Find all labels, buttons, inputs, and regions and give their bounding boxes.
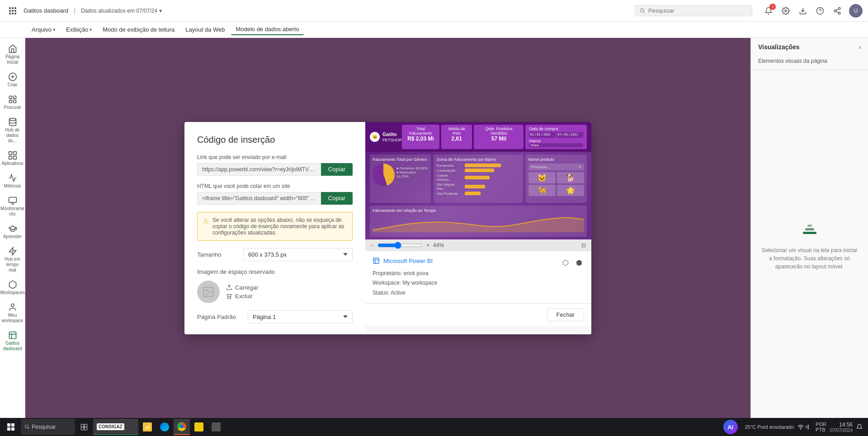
- svg-rect-30: [9, 156, 12, 159]
- owner-text: Proprietário: erick pova: [373, 269, 584, 279]
- taskbar-consigaz[interactable]: CONSIGAZ: [93, 419, 138, 435]
- embed-code-modal: × Código de inserção Link que pode ser e…: [184, 122, 591, 334]
- taskbar-app-chrome[interactable]: [174, 419, 190, 435]
- modal-overlay: × Código de inserção Link que pode ser e…: [25, 38, 750, 418]
- size-row: Tamanho 600 x 373,5 px: [197, 248, 353, 261]
- modal-close-footer-button[interactable]: Fechar: [547, 308, 584, 321]
- last-updated-date[interactable]: Dados atualizados em 07/07/24 ▾: [81, 8, 162, 14]
- user-avatar[interactable]: U: [849, 4, 863, 18]
- svg-point-27: [9, 118, 16, 121]
- svg-marker-60: [806, 425, 808, 429]
- topbar-icons: 3 U: [763, 4, 863, 18]
- menu-modelo[interactable]: Modelo de dados aberto: [231, 24, 303, 35]
- taskbar-app-edge[interactable]: [156, 419, 173, 435]
- taskbar-app-explorer[interactable]: 📁: [139, 419, 156, 435]
- svg-rect-50: [11, 423, 14, 427]
- svg-rect-58: [85, 427, 87, 430]
- svg-line-54: [28, 428, 29, 429]
- sidebar-item-myworkspace[interactable]: Meuworkspace: [1, 300, 24, 326]
- sidebar-item-monitor[interactable]: Monitoramento: [1, 193, 24, 220]
- svg-rect-7: [12, 13, 14, 14]
- sidebar-item-home[interactable]: PáginaInicial: [1, 42, 24, 68]
- windows-start-button[interactable]: [2, 418, 20, 436]
- download-button[interactable]: [797, 5, 808, 16]
- svg-point-36: [11, 304, 14, 307]
- right-panel-expand-button[interactable]: ›: [859, 43, 861, 51]
- settings-button[interactable]: [780, 5, 791, 16]
- html-input[interactable]: [197, 192, 321, 205]
- menu-web[interactable]: Layout da Web: [181, 24, 229, 35]
- modal-right-panel: 🐱 GatitoPETSHOP Total Faturamento R$ 2,0…: [365, 122, 591, 334]
- page-default-select[interactable]: Página 1: [248, 310, 353, 323]
- menu-exibicao[interactable]: Exibição ▾: [61, 24, 96, 35]
- image-section-label: Imagem de espaço reservado: [197, 268, 353, 275]
- taskbar-app-powerbi[interactable]: [191, 419, 207, 435]
- page-default-row: Página Padrão Página 1: [197, 310, 353, 323]
- sidebar-item-realtime[interactable]: Hub emtempo real: [1, 244, 24, 276]
- sidebar-item-hub[interactable]: Hub dedados do...: [1, 115, 24, 146]
- windows-taskbar: Pesquisar CONSIGAZ 📁 Ai 25°C Pred ensola…: [0, 418, 868, 436]
- zoom-minus-icon[interactable]: −: [371, 242, 374, 248]
- menu-leitura[interactable]: Modo de exibição de leitura: [98, 24, 179, 35]
- app-grid-button[interactable]: [5, 4, 20, 18]
- svg-rect-37: [9, 332, 16, 339]
- svg-point-42: [206, 289, 208, 291]
- powerbi-link[interactable]: Microsoft Power BI: [373, 257, 433, 264]
- sidebar-item-learn[interactable]: Aprender: [1, 221, 24, 242]
- taskbar-app-other[interactable]: [208, 419, 224, 435]
- menu-arquivo[interactable]: Arquivo ▾: [27, 24, 60, 35]
- svg-rect-1: [12, 7, 14, 9]
- svg-rect-23: [9, 96, 12, 99]
- sidebar-item-apps[interactable]: Aplicativos: [1, 148, 24, 169]
- svg-point-16: [834, 9, 836, 12]
- svg-rect-25: [9, 100, 12, 103]
- sidebar-item-metrics[interactable]: Métricas: [1, 171, 24, 192]
- upload-image-button[interactable]: Carregar: [226, 284, 258, 291]
- right-panel-header: Visualizações ›: [751, 38, 868, 56]
- sidebar-item-workspaces[interactable]: Workspaces: [1, 277, 24, 298]
- svg-point-9: [641, 9, 644, 12]
- link-input-row: Copiar: [197, 163, 353, 176]
- notification-bell-icon: [856, 424, 863, 430]
- search-input[interactable]: [648, 7, 747, 14]
- share-button[interactable]: [832, 5, 843, 16]
- sidebar-item-create[interactable]: Criar: [1, 70, 24, 90]
- html-copy-button[interactable]: Copiar: [321, 192, 353, 205]
- right-panel-title: Visualizações: [758, 43, 800, 51]
- svg-rect-44: [373, 258, 379, 263]
- sidebar-item-gatitos[interactable]: Gatitosdasboard: [1, 328, 24, 354]
- svg-rect-26: [13, 100, 16, 103]
- svg-rect-39: [805, 228, 814, 230]
- link-copy-button[interactable]: Copiar: [321, 163, 353, 176]
- sidebar-item-browse[interactable]: Procurar: [1, 92, 24, 113]
- delete-image-button[interactable]: Excluir: [226, 293, 258, 300]
- zoom-plus-icon[interactable]: +: [426, 242, 429, 248]
- link-input[interactable]: [197, 163, 321, 176]
- svg-point-15: [838, 7, 840, 9]
- modal-title: Código de inserção: [197, 135, 353, 145]
- wifi-icon: [797, 424, 804, 430]
- notifications-button[interactable]: 3: [763, 5, 774, 16]
- taskbar-search[interactable]: Pesquisar: [21, 419, 75, 435]
- volume-icon: [806, 424, 812, 430]
- svg-rect-24: [13, 96, 16, 99]
- topbar-divider: |: [74, 7, 75, 15]
- preview-expand-icon[interactable]: ⬢: [574, 257, 584, 269]
- svg-rect-49: [7, 423, 10, 427]
- ai-label: Ai: [723, 420, 738, 434]
- svg-point-11: [785, 9, 787, 12]
- svg-rect-38: [803, 232, 816, 234]
- zoom-slider[interactable]: [377, 242, 423, 249]
- svg-point-59: [801, 429, 801, 429]
- help-button[interactable]: [815, 5, 826, 16]
- warning-box: ⚠ Se você alterar as opções abaixo, não …: [197, 212, 353, 241]
- taskbar-task-view[interactable]: [76, 419, 92, 435]
- status-text: Status: Active: [373, 288, 584, 298]
- preview-meta: Proprietário: erick pova Workspace: My w…: [373, 269, 584, 298]
- left-sidebar: PáginaInicial Criar Procurar Hub dedados…: [0, 38, 25, 418]
- taskbar-ai-button[interactable]: Ai: [721, 419, 741, 435]
- svg-rect-52: [11, 427, 14, 431]
- preview-share-icon[interactable]: ⬡: [561, 257, 571, 269]
- fit-screen-icon[interactable]: ⊡: [581, 242, 586, 248]
- size-select[interactable]: 600 x 373,5 px: [243, 248, 353, 261]
